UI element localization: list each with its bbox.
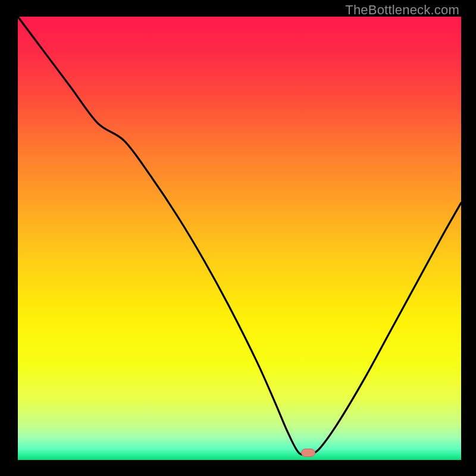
background-gradient xyxy=(18,17,461,460)
optimal-marker xyxy=(301,449,315,457)
chart-frame: TheBottleneck.com xyxy=(0,0,476,476)
svg-rect-0 xyxy=(18,17,461,460)
watermark-text: TheBottleneck.com xyxy=(345,2,459,18)
plot-area xyxy=(18,17,461,460)
